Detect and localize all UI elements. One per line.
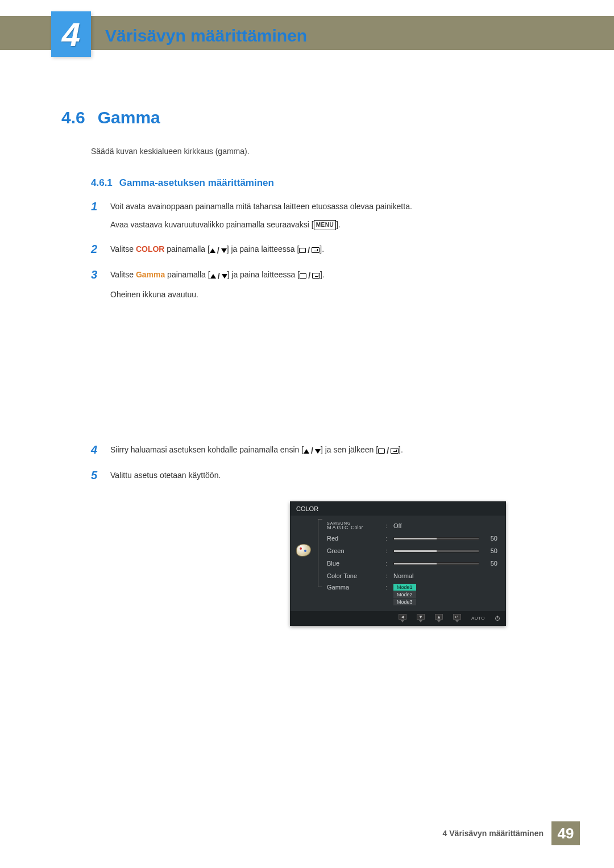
osd-slider: 50 <box>393 535 497 542</box>
osd-value: Off <box>393 522 401 529</box>
osd-label: Red <box>327 535 381 542</box>
step-number: 5 <box>91 469 101 481</box>
step-2: 2 Valitse COLOR painamalla [/] ja paina … <box>91 243 546 263</box>
osd-label: Gamma <box>327 584 381 591</box>
highlight-gamma: Gamma <box>136 270 165 279</box>
section-title: Gamma <box>98 108 160 127</box>
gamma-option: Mode2 <box>393 591 416 598</box>
osd-enter-icon: ↵ <box>453 614 461 622</box>
osd-icon-column <box>295 521 312 605</box>
step-number: 2 <box>91 243 101 255</box>
step-line: Siirry haluamasi asetuksen kohdalle pain… <box>110 443 403 458</box>
up-down-icon: / <box>210 244 227 257</box>
osd-label: Blue <box>327 560 381 567</box>
step-line: Valitse Gamma painamalla [/] ja paina la… <box>110 268 325 283</box>
step-line: Avaa vastaava kuvaruutuvalikko painamall… <box>110 218 412 231</box>
up-down-icon: / <box>210 270 227 283</box>
chapter-tab: 4 <box>51 11 91 57</box>
gamma-option: Mode3 <box>393 599 416 605</box>
osd-label: Green <box>327 547 381 554</box>
section-number: 4.6 <box>61 108 85 127</box>
step-text: Valittu asetus otetaan käyttöön. <box>110 469 221 487</box>
box-enter-icon: / <box>378 445 399 457</box>
osd-row-gamma: Gamma : Mode1 Mode2 Mode3 <box>327 584 497 605</box>
osd-row-red: Red : 50 <box>327 534 497 543</box>
step-line: Voit avata avainoppaan painamalla mitä t… <box>110 200 412 213</box>
osd-down-icon: ▼ <box>417 614 425 622</box>
osd-up-icon: ▲ <box>435 614 443 622</box>
osd-window: COLOR SAMSUNG MAGIC Color <box>290 501 506 626</box>
menu-icon: MENU <box>314 220 336 230</box>
step-4: 4 Siirry haluamasi asetuksen kohdalle pa… <box>91 443 546 463</box>
step-text: Voit avata avainoppaan painamalla mitä t… <box>110 200 412 237</box>
power-icon <box>495 616 500 621</box>
subsection-heading: 4.6.1 Gamma-asetuksen määrittäminen <box>91 177 274 189</box>
osd-back-icon: ◄ <box>399 614 406 622</box>
osd-row-green: Green : 50 <box>327 546 497 555</box>
bracket-icon <box>318 519 322 587</box>
step-text: Siirry haluamasi asetuksen kohdalle pain… <box>110 443 403 463</box>
box-enter-icon: / <box>299 244 320 256</box>
chapter-title: Värisävyn määrittäminen <box>105 26 307 45</box>
osd-slider: 50 <box>393 547 497 554</box>
step-number: 3 <box>91 268 101 281</box>
footer-page-number: 49 <box>551 821 580 845</box>
section-heading: 4.6 Gamma <box>61 108 160 127</box>
osd-row-blue: Blue : 50 <box>327 559 497 568</box>
step-number: 4 <box>91 443 101 456</box>
section-description: Säädä kuvan keskialueen kirkkaus (gamma)… <box>91 147 250 156</box>
subsection-title: Gamma-asetuksen määrittäminen <box>119 177 274 189</box>
page-footer: 4 Värisävyn määrittäminen 49 <box>443 821 580 845</box>
steps-list: 1 Voit avata avainoppaan painamalla mitä… <box>91 200 546 493</box>
footer-text: 4 Värisävyn määrittäminen <box>443 829 544 838</box>
step-line: Valittu asetus otetaan käyttöön. <box>110 469 221 481</box>
step-number: 1 <box>91 200 101 213</box>
highlight-color: COLOR <box>136 244 165 254</box>
osd-auto-label: AUTO <box>471 616 485 621</box>
step-5: 5 Valittu asetus otetaan käyttöön. <box>91 469 546 487</box>
chapter-number: 4 <box>62 15 80 53</box>
osd-footer: ◄ ▼ ▲ ↵ AUTO <box>291 611 505 625</box>
subsection-number: 4.6.1 <box>91 177 113 189</box>
step-line: Valitse COLOR painamalla [/] ja paina la… <box>110 243 324 257</box>
osd-label: Color Tone <box>327 572 381 579</box>
osd-label: SAMSUNG MAGIC Color <box>327 521 381 530</box>
osd-row-tone: Color Tone : Normal <box>327 571 497 580</box>
osd-slider: 50 <box>393 560 497 567</box>
step-text: Valitse COLOR painamalla [/] ja paina la… <box>110 243 324 263</box>
step-1: 1 Voit avata avainoppaan painamalla mitä… <box>91 200 546 237</box>
box-enter-icon: / <box>300 269 320 282</box>
gamma-option: Mode1 <box>393 584 416 591</box>
up-down-icon: / <box>304 445 321 457</box>
osd-value: Normal <box>393 572 413 579</box>
palette-icon <box>296 544 311 556</box>
step-line: Oheinen ikkuna avautuu. <box>110 288 325 301</box>
step-text: Valitse Gamma painamalla [/] ja paina la… <box>110 268 325 307</box>
osd-gamma-options: Mode1 Mode2 Mode3 <box>393 584 416 605</box>
osd-title: COLOR <box>291 502 505 516</box>
osd-row-magic: SAMSUNG MAGIC Color : Off <box>327 521 497 530</box>
step-3: 3 Valitse Gamma painamalla [/] ja paina … <box>91 268 546 307</box>
